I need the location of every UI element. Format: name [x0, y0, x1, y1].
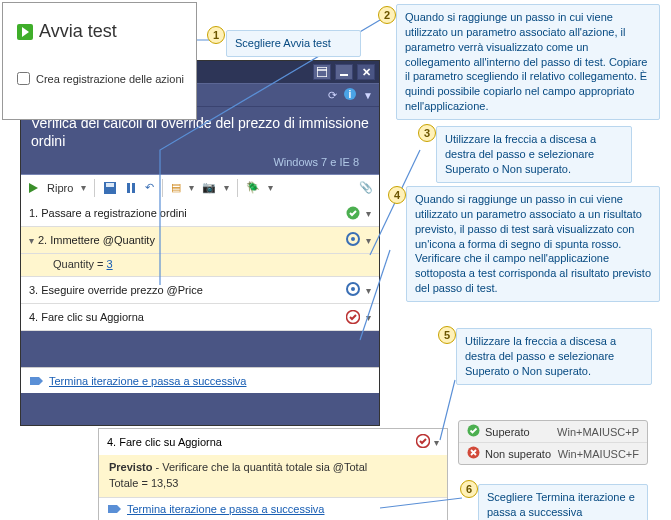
status-fail-icon [467, 446, 480, 461]
parameter-name: Quantity = [53, 258, 103, 270]
svg-rect-7 [106, 183, 114, 187]
svg-point-12 [351, 237, 355, 241]
chevron-down-icon[interactable]: ▾ [268, 182, 273, 193]
svg-rect-16 [30, 377, 39, 385]
fail-label: Non superato [485, 448, 551, 460]
status-info-icon [346, 310, 360, 324]
callout-3: Utilizzare la freccia a discesa a destra… [436, 126, 632, 183]
badge-6: 6 [460, 480, 478, 498]
next-iteration-icon [29, 374, 43, 388]
callout-6: Scegliere Termina iterazione e passa a s… [478, 484, 648, 520]
avvia-test-button[interactable]: Avvia test [17, 21, 186, 42]
pass-label: Superato [485, 426, 530, 438]
end-iteration-link[interactable]: Termina iterazione e passa a successiva [127, 503, 324, 515]
fail-shortcut: Win+MAIUSC+F [558, 448, 639, 460]
badge-4: 4 [388, 186, 406, 204]
parameter-value-link[interactable]: 3 [107, 258, 113, 270]
step-dropdown-icon[interactable]: ▾ [434, 437, 439, 448]
svg-text:i: i [349, 89, 352, 100]
callout-2: Quando si raggiunge un passo in cui vien… [396, 4, 660, 120]
pass-option[interactable]: Superato Win+MAIUSC+P [459, 421, 647, 442]
chevron-down-icon[interactable]: ▾ [189, 182, 194, 193]
status-pass-icon [346, 206, 360, 220]
test-step[interactable]: 1. Passare a registrazione ordini ▾ [21, 200, 379, 227]
pause-icon[interactable] [125, 182, 137, 194]
refresh-icon[interactable]: ⟳ [328, 89, 337, 102]
step-dropdown-icon[interactable]: ▾ [366, 235, 371, 246]
create-action-recording-label: Crea registrazione delle azioni [36, 73, 184, 85]
play-icon[interactable] [27, 182, 39, 194]
save-icon[interactable] [103, 181, 117, 195]
pass-fail-menu: Superato Win+MAIUSC+P Non superato Win+M… [458, 420, 648, 465]
create-action-recording-checkbox[interactable] [17, 72, 30, 85]
test-steps-list: 1. Passare a registrazione ordini ▾ ▾2. … [21, 200, 379, 331]
next-iteration-icon[interactable]: ▼ [363, 90, 373, 101]
end-iteration-link[interactable]: Termina iterazione e passa a successiva [49, 375, 246, 387]
repro-dropdown[interactable]: Ripro [47, 182, 73, 194]
info-icon[interactable]: i [343, 87, 357, 103]
next-iteration-icon [107, 502, 121, 516]
badge-5: 5 [438, 326, 456, 344]
step-detail-header: 4. Fare clic su Aggiorna [107, 436, 222, 448]
expand-icon[interactable]: ▾ [29, 235, 34, 246]
badge-2: 2 [378, 6, 396, 24]
test-environment: Windows 7 e IE 8 [31, 156, 369, 168]
svg-rect-18 [108, 505, 117, 513]
status-active-icon [346, 232, 360, 248]
callout-4: Quando si raggiunge un passo in cui vien… [406, 186, 660, 302]
step-detail-card: 4. Fare clic su Aggiorna ▾ Previsto - Ve… [98, 428, 448, 520]
play-icon [17, 24, 33, 40]
undo-icon[interactable]: ↶ [145, 181, 154, 194]
camera-icon[interactable]: 📷 [202, 181, 216, 194]
dock-icon[interactable] [313, 64, 331, 80]
callout-1: Scegliere Avvia test [226, 30, 361, 57]
test-step[interactable]: ▾2. Immettere @Quantity ▾ [21, 227, 379, 254]
close-icon[interactable]: ✕ [357, 64, 375, 80]
avvia-test-box: Avvia test Crea registrazione delle azio… [2, 2, 197, 120]
fail-option[interactable]: Non superato Win+MAIUSC+F [459, 442, 647, 464]
step-label: 1. Passare a registrazione ordini [29, 207, 187, 219]
expected-label: Previsto [109, 461, 152, 473]
step-dropdown-icon[interactable]: ▾ [366, 312, 371, 323]
test-title: Verifica dei calcoli di override del pre… [31, 115, 369, 150]
test-step[interactable]: 4. Fare clic su Aggiorna ▾ [21, 304, 379, 331]
avvia-test-label: Avvia test [39, 21, 117, 42]
panel-footer: Termina iterazione e passa a successiva [21, 367, 379, 393]
step-dropdown-icon[interactable]: ▾ [366, 208, 371, 219]
status-expected-icon [416, 434, 430, 450]
svg-rect-9 [132, 183, 135, 193]
chevron-down-icon[interactable]: ▾ [81, 182, 86, 193]
status-active-icon [346, 282, 360, 298]
step-label: 2. Immettere @Quantity [38, 234, 155, 246]
minimize-icon[interactable] [335, 64, 353, 80]
bug-icon[interactable]: 🪲 [246, 181, 260, 194]
attachment-icon[interactable]: 📎 [359, 181, 373, 194]
toolbar: Ripro ▾ ↶ ▤ ▾ 📷 ▾ 🪲 ▾ 📎 [21, 174, 379, 200]
callout-5: Utilizzare la freccia a discesa a destra… [456, 328, 652, 385]
expected-total: Totale = 13,53 [109, 477, 437, 489]
step-label: 3. Eseguire override prezzo @Price [29, 284, 203, 296]
step-parameter-row: Quantity = 3 [21, 254, 379, 277]
svg-rect-1 [317, 67, 327, 77]
svg-rect-8 [127, 183, 130, 193]
expected-description: - Verificare che la quantità totale sia … [155, 461, 367, 473]
svg-point-14 [351, 287, 355, 291]
step-label: 4. Fare clic su Aggiorna [29, 311, 144, 323]
status-pass-icon [467, 424, 480, 439]
badge-1: 1 [207, 26, 225, 44]
test-step[interactable]: 3. Eseguire override prezzo @Price ▾ [21, 277, 379, 304]
step-dropdown-icon[interactable]: ▾ [366, 285, 371, 296]
badge-3: 3 [418, 124, 436, 142]
pass-shortcut: Win+MAIUSC+P [557, 426, 639, 438]
chevron-down-icon[interactable]: ▾ [224, 182, 229, 193]
document-icon[interactable]: ▤ [171, 181, 181, 194]
